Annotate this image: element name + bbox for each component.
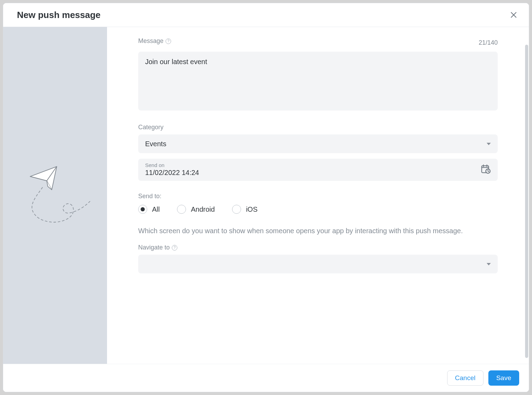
send-on-input[interactable]: Send on 11/02/2022 14:24 [138, 159, 498, 181]
send-to-label: Send to: [138, 193, 498, 200]
message-char-count: 21/140 [479, 39, 498, 46]
navigate-description: Which screen do you want to show when so… [138, 226, 498, 236]
send-on-section: Send on 11/02/2022 14:24 [138, 159, 498, 181]
category-label: Category [138, 124, 498, 131]
close-button[interactable] [508, 9, 519, 20]
help-icon[interactable]: ? [166, 38, 171, 44]
category-section: Category Events [138, 124, 498, 153]
send-on-value: 11/02/2022 14:24 [145, 169, 199, 177]
radio-indicator [232, 205, 241, 214]
chevron-down-icon [487, 263, 491, 265]
chevron-down-icon [487, 143, 491, 145]
new-push-message-dialog: New push message [3, 3, 529, 392]
radio-android[interactable]: Android [177, 205, 215, 214]
dialog-title: New push message [17, 10, 100, 20]
dialog-footer: Cancel Save [3, 364, 529, 392]
send-to-radio-group: All Android iOS [138, 205, 498, 214]
help-icon[interactable]: ? [172, 245, 177, 251]
send-to-section: Send to: All Android iOS [138, 193, 498, 214]
category-select[interactable]: Events [138, 134, 498, 153]
calendar-clock-icon [480, 164, 491, 175]
save-button[interactable]: Save [488, 370, 519, 386]
message-label-text: Message [138, 37, 163, 45]
radio-indicator [138, 205, 147, 214]
radio-label: iOS [246, 205, 257, 213]
modal-backdrop: New push message [0, 0, 532, 395]
navigate-label-text: Navigate to [138, 244, 170, 251]
send-on-label: Send on [145, 162, 199, 168]
message-section: Message ? 21/140 [138, 37, 498, 112]
message-label: Message ? [138, 37, 171, 45]
cancel-button[interactable]: Cancel [447, 370, 484, 386]
radio-all[interactable]: All [138, 205, 160, 214]
radio-label: Android [191, 205, 215, 213]
dialog-header: New push message [3, 3, 529, 27]
dialog-sidebar [3, 27, 107, 364]
dialog-body: Message ? 21/140 Category Events [3, 27, 529, 364]
radio-label: All [152, 205, 160, 213]
paper-plane-icon [15, 155, 95, 236]
radio-indicator [177, 205, 186, 214]
category-value: Events [145, 140, 166, 148]
navigate-select[interactable] [138, 255, 498, 273]
message-textarea[interactable] [138, 52, 498, 111]
navigate-section: Navigate to ? [138, 244, 498, 273]
radio-ios[interactable]: iOS [232, 205, 257, 214]
scrollbar[interactable] [525, 45, 528, 358]
dialog-content: Message ? 21/140 Category Events [107, 27, 529, 364]
navigate-label: Navigate to ? [138, 244, 498, 251]
